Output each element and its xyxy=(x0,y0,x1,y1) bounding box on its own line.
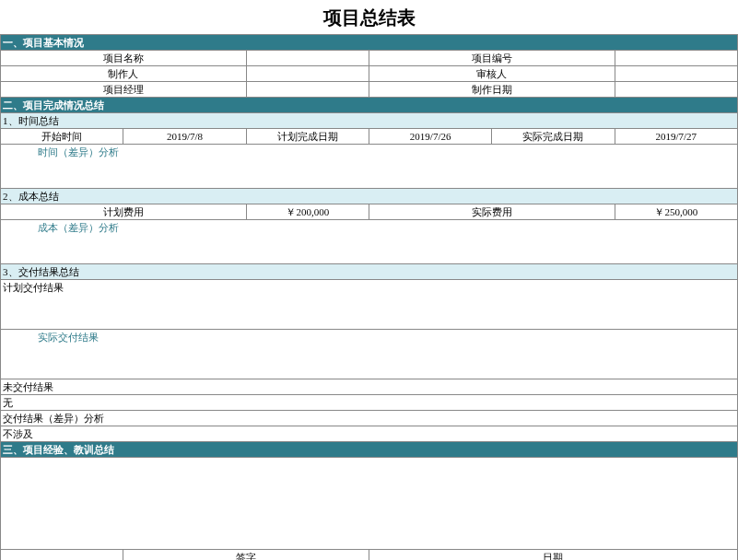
value-project-name xyxy=(246,51,369,66)
sub-cost: 2、成本总结 xyxy=(1,189,738,204)
section-2-header: 二、项目完成情况总结 xyxy=(1,98,738,113)
label-reviewer: 审核人 xyxy=(369,66,615,82)
summary-table: 一、项目基本情况 项目名称 项目编号 制作人 审核人 项目经理 制作日期 二、项… xyxy=(0,34,738,560)
lessons-area xyxy=(1,458,738,550)
label-project-name: 项目名称 xyxy=(1,51,247,66)
value-pm xyxy=(246,82,369,98)
label-deliver-diff: 交付结果（差异）分析 xyxy=(1,411,738,426)
label-plan-end: 计划完成日期 xyxy=(246,129,369,145)
sign-corner xyxy=(1,550,123,561)
sub-delivery: 3、交付结果总结 xyxy=(1,264,738,280)
value-start-time: 2019/7/8 xyxy=(123,129,246,145)
value-project-number xyxy=(615,51,737,66)
page-title: 项目总结表 xyxy=(0,0,738,34)
label-author: 制作人 xyxy=(1,66,247,82)
value-plan-cost: ￥200,000 xyxy=(246,204,369,220)
label-date: 日期 xyxy=(369,550,737,561)
section-1-header: 一、项目基本情况 xyxy=(1,35,738,51)
label-actual-cost: 实际费用 xyxy=(369,204,615,220)
label-start-time: 开始时间 xyxy=(1,129,123,145)
label-actual-end: 实际完成日期 xyxy=(492,129,615,145)
value-reviewer xyxy=(615,66,737,82)
label-project-number: 项目编号 xyxy=(369,51,615,66)
time-analysis: 时间（差异）分析 xyxy=(1,145,738,189)
label-signature: 签字 xyxy=(123,550,369,561)
label-undelivered: 未交付结果 xyxy=(1,379,738,395)
cost-analysis: 成本（差异）分析 xyxy=(1,220,738,264)
value-actual-end: 2019/7/27 xyxy=(615,129,737,145)
label-pm: 项目经理 xyxy=(1,82,247,98)
value-plan-end: 2019/7/26 xyxy=(369,129,491,145)
label-plan-cost: 计划费用 xyxy=(1,204,247,220)
value-create-date xyxy=(615,82,737,98)
sub-time: 1、时间总结 xyxy=(1,113,738,129)
value-deliver-diff: 不涉及 xyxy=(1,426,738,442)
label-plan-deliver: 计划交付结果 xyxy=(1,280,738,330)
section-3-header: 三、项目经验、教训总结 xyxy=(1,442,738,458)
label-create-date: 制作日期 xyxy=(369,82,615,98)
value-author xyxy=(246,66,369,82)
label-actual-deliver: 实际交付结果 xyxy=(1,330,738,379)
value-actual-cost: ￥250,000 xyxy=(615,204,737,220)
value-undelivered: 无 xyxy=(1,395,738,411)
